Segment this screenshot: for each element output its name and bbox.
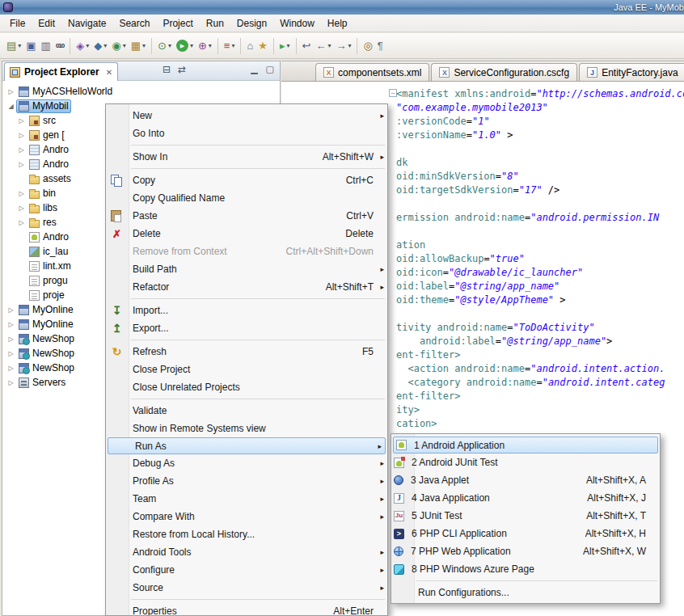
context-menu-item-copy[interactable]: CopyCtrl+C [106,171,387,189]
debug-button[interactable]: ⊙▾ [155,36,174,56]
context-menu-item-new[interactable]: New▸ [106,107,387,124]
link-with-editor-button[interactable]: ⇄ [178,64,186,75]
run-as-item-4-java-application[interactable]: J4 Java ApplicationAlt+Shift+X, J [391,489,660,507]
twisty-collapsed-icon[interactable]: ▷ [16,117,27,124]
context-menu-item-delete[interactable]: ✗DeleteDelete [106,225,387,243]
twisty-collapsed-icon[interactable]: ▷ [16,146,27,154]
context-menu-item-configure[interactable]: Configure▸ [106,561,387,579]
twisty-collapsed-icon[interactable]: ▷ [6,350,16,357]
menu-item-shortcut: Delete [331,228,374,239]
run-as-item-1-android-application[interactable]: 1 Android Application [393,437,658,454]
context-menu-item-export[interactable]: ↥Export... [106,319,387,337]
menubar-item-navigate[interactable]: Navigate [61,15,112,32]
twisty-collapsed-icon[interactable]: ▷ [6,321,16,328]
new-java-ee-project-button[interactable]: ◈▾ [74,36,91,56]
project-explorer-header: Project Explorer ✕ ⊟⇄ ▁▢ [2,61,280,81]
run-as-item-3-java-applet[interactable]: 3 Java AppletAlt+Shift+X, A [391,471,660,489]
menu-item-label: Show in Remote Systems view [133,423,266,434]
twisty-collapsed-icon[interactable]: ▷ [6,88,16,95]
profile-button[interactable]: ⊕▾ [196,36,214,56]
run-as-item-5-junit-test[interactable]: Ju5 JUnit TestAlt+Shift+X, T [391,507,660,525]
external-tools-button[interactable]: ▸▾ [277,36,293,56]
collapse-all-button[interactable]: ⊟ [163,64,171,75]
twisty-collapsed-icon[interactable]: ▷ [6,365,16,372]
twisty-collapsed-icon[interactable]: ▷ [6,379,16,386]
context-menu-item-go-into[interactable]: Go Into [106,124,387,142]
new-wizard-button[interactable]: ▤▾ [4,36,23,56]
context-menu-item-properties[interactable]: PropertiesAlt+Enter [106,602,387,616]
context-menu-item-refresh[interactable]: ↻RefreshF5 [106,343,387,361]
open-type-button[interactable]: ◎ [361,36,374,56]
menubar-item-window[interactable]: Window [273,15,321,32]
context-menu-item-build-path[interactable]: Build Path▸ [106,260,387,278]
new-server-button[interactable]: ⌂ [244,36,255,56]
close-view-icon[interactable]: ✕ [106,68,112,77]
context-menu-item-remove-from-context[interactable]: Remove from ContextCtrl+Alt+Shift+Down [106,243,387,260]
import-icon: ↧ [108,304,125,317]
run-button[interactable]: ▶▾ [174,36,196,56]
context-menu-item-team[interactable]: Team▸ [106,490,387,508]
run-as-item-6-php-cli-application[interactable]: >6 PHP CLI ApplicationAlt+Shift+X, H [391,525,660,542]
context-menu-item-run-as[interactable]: Run As▸ [108,437,386,454]
menubar-item-file[interactable]: File [3,15,32,32]
menu-icon-spacer [108,404,125,417]
code-line: ation [396,238,425,252]
new-package-button[interactable]: ▦▾ [129,36,148,56]
mark-occurrences-button[interactable]: ¶ [375,36,386,56]
code-line: oid:theme="@style/AppTheme" > [396,293,566,307]
menubar-item-project[interactable]: Project [156,15,199,32]
run-as-item-run-configurations[interactable]: Run Configurations... [391,584,660,601]
new-class-button[interactable]: ◉▾ [109,36,128,56]
coverage-button[interactable]: ≡▾ [222,36,238,56]
context-menu-item-paste[interactable]: PasteCtrl+V [106,207,387,225]
context-menu-item-debug-as[interactable]: Debug As▸ [106,454,387,472]
twisty-collapsed-icon[interactable]: ▷ [6,335,16,343]
twisty-collapsed-icon[interactable]: ▷ [16,219,27,226]
new-servlet-button[interactable]: ◆▾ [91,36,109,56]
maximize-view-button[interactable]: ▢ [266,64,274,74]
twisty-collapsed-icon[interactable]: ▷ [16,132,27,139]
context-menu-item-close-project[interactable]: Close Project [106,361,387,378]
search-button[interactable]: ★ [255,36,270,56]
save-button[interactable]: ▣ [23,36,38,56]
menubar-item-run[interactable]: Run [200,15,230,32]
tree-item-myacshelloworld[interactable]: ▷MyACSHelloWorld [2,84,280,99]
editor-tab-entityfactory-java[interactable]: EntityFactory.java [579,63,684,81]
forward-button[interactable]: →▾ [333,36,353,56]
project-explorer-tab[interactable]: Project Explorer ✕ [4,62,118,81]
run-as-item-8-php-windows-azure-page[interactable]: 8 PHP Windows Azure Page [391,560,660,578]
menubar-item-search[interactable]: Search [112,15,156,32]
menubar-item-edit[interactable]: Edit [32,15,61,32]
twisty-collapsed-icon[interactable]: ▷ [16,161,27,168]
context-menu-item-android-tools[interactable]: Android Tools▸ [106,543,387,561]
print-button[interactable]: ▥ [39,36,53,56]
menubar-item-design[interactable]: Design [230,15,273,32]
run-as-item-2-android-junit-test[interactable]: 2 Android JUnit Test [391,454,660,471]
twisty-expanded-icon[interactable]: ◢ [6,103,16,110]
minimize-view-button[interactable]: ▁ [251,64,257,74]
context-menu-item-validate[interactable]: Validate [106,402,387,420]
twisty-collapsed-icon[interactable]: ▷ [16,190,27,197]
twisty-collapsed-icon[interactable]: ▷ [16,205,27,212]
twisty-collapsed-icon[interactable]: ▷ [6,306,16,314]
context-menu-item-import[interactable]: ↧Import... [106,302,387,319]
context-menu-item-show-in[interactable]: Show InAlt+Shift+W▸ [106,148,387,166]
profile-button-glyph: ⊕ [198,40,207,51]
context-menu-item-refactor[interactable]: RefactorAlt+Shift+T▸ [106,278,387,296]
last-edit-location-button[interactable]: ↩ [300,36,314,56]
back-button[interactable]: ←▾ [313,36,333,56]
context-menu-item-show-in-remote-systems-view[interactable]: Show in Remote Systems view [106,420,387,437]
run-as-item-7-php-web-application[interactable]: 7 PHP Web ApplicationAlt+Shift+X, W [391,542,660,560]
context-menu-item-restore-from-local-history[interactable]: Restore from Local History... [106,525,387,543]
submenu-arrow-icon: ▸ [374,495,384,503]
context-menu-item-compare-with[interactable]: Compare With▸ [106,508,387,525]
context-menu-item-copy-qualified-name[interactable]: Copy Qualified Name [106,189,387,207]
menubar-item-help[interactable]: Help [321,15,354,32]
binary-display-button[interactable]: 010 [53,36,66,56]
editor-tab-componentsets-xml[interactable]: componentsets.xml [315,63,429,81]
save-button-glyph: ▣ [26,40,36,51]
context-menu-item-close-unrelated-projects[interactable]: Close Unrelated Projects [106,378,387,396]
context-menu-item-source[interactable]: Source▸ [106,579,387,597]
context-menu-item-profile-as[interactable]: Profile As▸ [106,472,387,490]
editor-tab-serviceconfiguration-cscfg[interactable]: ServiceConfiguration.cscfg [431,63,577,81]
